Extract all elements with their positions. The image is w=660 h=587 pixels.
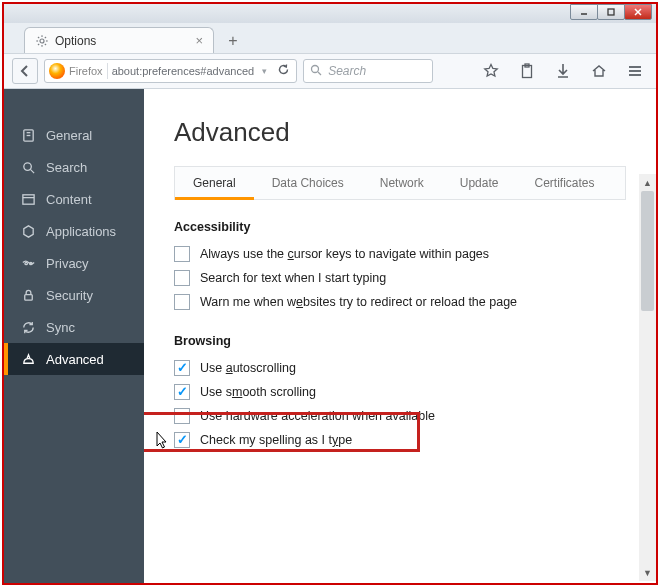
svg-line-24 (30, 169, 34, 173)
scrollbar[interactable]: ▲ ▼ (639, 174, 656, 581)
sidebar-item-advanced[interactable]: Advanced (4, 343, 144, 375)
svg-rect-29 (24, 294, 32, 300)
checkbox[interactable] (174, 360, 190, 376)
tab-data-choices[interactable]: Data Choices (254, 167, 362, 199)
url-dropdown-icon[interactable]: ▾ (258, 66, 271, 76)
tab-network[interactable]: Network (362, 167, 442, 199)
nav-toolbar: Firefox about:preferences#advanced ▾ Sea… (4, 53, 656, 89)
privacy-icon (20, 255, 36, 271)
back-button[interactable] (12, 58, 38, 84)
tab-strip: Options × + (4, 23, 656, 53)
browser-tab-options[interactable]: Options × (24, 27, 214, 53)
sidebar-item-applications[interactable]: Applications (4, 215, 144, 247)
prefs-main: Advanced General Data Choices Network Up… (144, 89, 656, 583)
opt-autoscrolling[interactable]: Use autoscrolling (174, 356, 626, 380)
scroll-thumb[interactable] (641, 191, 654, 311)
home-icon[interactable] (586, 58, 612, 84)
minimize-button[interactable] (570, 4, 598, 20)
svg-point-13 (312, 65, 319, 72)
opt-search-typing[interactable]: Search for text when I start typing (174, 266, 626, 290)
page-title: Advanced (174, 117, 626, 148)
svg-point-27 (24, 262, 26, 264)
svg-rect-25 (22, 194, 33, 203)
search-icon (20, 159, 36, 175)
close-button[interactable] (624, 4, 652, 20)
maximize-button[interactable] (597, 4, 625, 20)
section-title-accessibility: Accessibility (174, 220, 626, 234)
bookmark-star-icon[interactable] (478, 58, 504, 84)
opt-cursor-keys[interactable]: Always use the cursor keys to navigate w… (174, 242, 626, 266)
sidebar-item-search[interactable]: Search (4, 151, 144, 183)
url-text: about:preferences#advanced (112, 65, 255, 77)
opt-warn-redirect[interactable]: Warn me when websites try to redirect or… (174, 290, 626, 314)
sidebar-item-security[interactable]: Security (4, 279, 144, 311)
tab-close-icon[interactable]: × (195, 33, 203, 48)
sync-icon (20, 319, 36, 335)
scroll-down-icon[interactable]: ▼ (639, 564, 656, 581)
opt-hardware-accel[interactable]: Use hardware acceleration when available (174, 404, 626, 428)
svg-point-23 (23, 162, 31, 170)
checkbox[interactable] (174, 294, 190, 310)
opt-smooth-scrolling[interactable]: Use smooth scrolling (174, 380, 626, 404)
content-icon (20, 191, 36, 207)
cursor-icon (156, 431, 170, 451)
svg-line-9 (38, 36, 39, 37)
checkbox[interactable] (174, 408, 190, 424)
search-bar[interactable]: Search (303, 59, 433, 83)
window-frame: Options × + Firefox about:preferences#ad… (2, 2, 658, 585)
sidebar-item-privacy[interactable]: Privacy (4, 247, 144, 279)
svg-point-4 (40, 38, 44, 42)
svg-line-10 (45, 43, 46, 44)
applications-icon (20, 223, 36, 239)
checkbox[interactable] (174, 384, 190, 400)
general-icon (20, 127, 36, 143)
search-placeholder: Search (328, 64, 366, 78)
advanced-tabs: General Data Choices Network Update Cert… (174, 166, 626, 200)
window-titlebar (4, 4, 656, 23)
lock-icon (20, 287, 36, 303)
browsing-section: Browsing Use autoscrolling Use smooth sc… (174, 334, 626, 452)
prefs-sidebar: General Search Content Applications Priv… (4, 89, 144, 583)
reload-icon[interactable] (275, 63, 292, 79)
scroll-up-icon[interactable]: ▲ (639, 174, 656, 191)
opt-spellcheck[interactable]: Check my spelling as I type (174, 428, 626, 452)
url-brand: Firefox (69, 65, 103, 77)
checkbox[interactable] (174, 432, 190, 448)
tab-title: Options (55, 34, 189, 48)
checkbox[interactable] (174, 246, 190, 262)
accessibility-section: Accessibility Always use the cursor keys… (174, 220, 626, 314)
url-bar[interactable]: Firefox about:preferences#advanced ▾ (44, 59, 297, 83)
svg-rect-1 (608, 9, 614, 15)
clipboard-icon[interactable] (514, 58, 540, 84)
firefox-icon (49, 63, 65, 79)
sidebar-item-general[interactable]: General (4, 119, 144, 151)
menu-icon[interactable] (622, 58, 648, 84)
advanced-icon (20, 351, 36, 367)
section-title-browsing: Browsing (174, 334, 626, 348)
tab-certificates[interactable]: Certificates (516, 167, 612, 199)
sidebar-item-content[interactable]: Content (4, 183, 144, 215)
search-icon (310, 64, 322, 79)
tab-general[interactable]: General (175, 167, 254, 199)
tab-update[interactable]: Update (442, 167, 517, 199)
svg-line-12 (38, 43, 39, 44)
sidebar-item-sync[interactable]: Sync (4, 311, 144, 343)
svg-line-11 (45, 36, 46, 37)
checkbox[interactable] (174, 270, 190, 286)
downloads-icon[interactable] (550, 58, 576, 84)
svg-line-14 (318, 72, 321, 75)
gear-icon (35, 34, 49, 48)
new-tab-button[interactable]: + (220, 29, 246, 53)
